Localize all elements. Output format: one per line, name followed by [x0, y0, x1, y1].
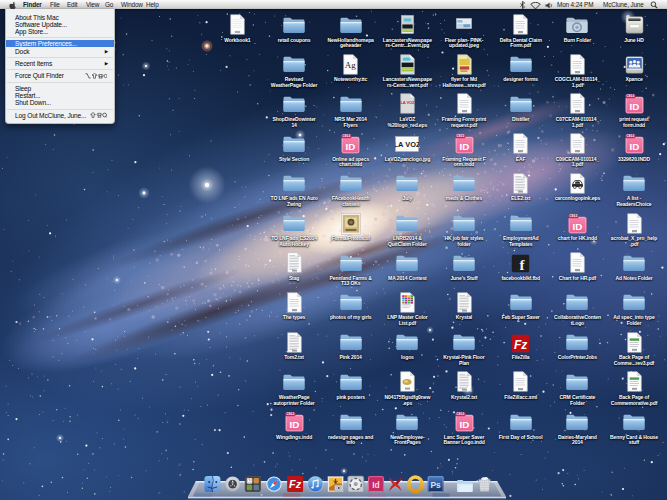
svg-text:Id: Id: [372, 480, 380, 490]
svg-text:Fz: Fz: [289, 478, 302, 490]
svg-text:Ps: Ps: [430, 480, 441, 490]
